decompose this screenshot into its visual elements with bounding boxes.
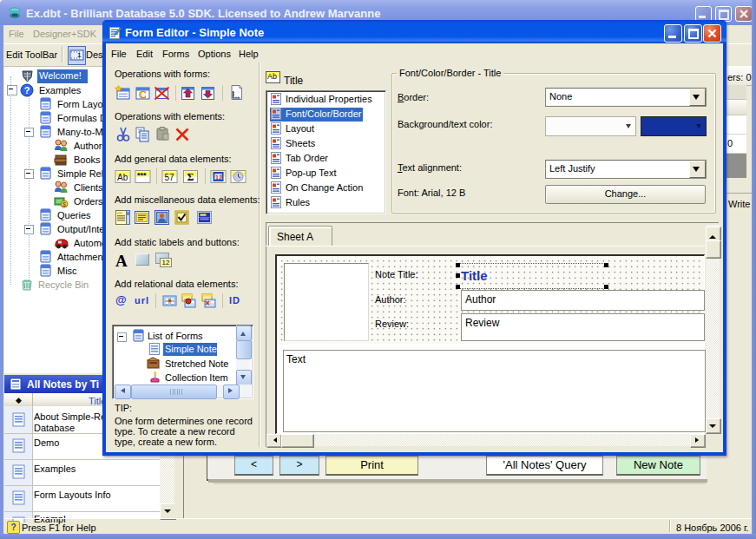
svg-text:***: *** [137, 171, 147, 180]
svg-text:$: $ [62, 201, 66, 207]
svg-text:C: C [139, 89, 147, 101]
svg-text:1: 1 [77, 51, 82, 59]
svg-text:Ab: Ab [117, 173, 128, 182]
svg-text:57: 57 [165, 173, 175, 182]
svg-text:?: ? [24, 85, 30, 95]
svg-text:12: 12 [215, 174, 222, 181]
svg-text:Σ: Σ [187, 171, 194, 183]
